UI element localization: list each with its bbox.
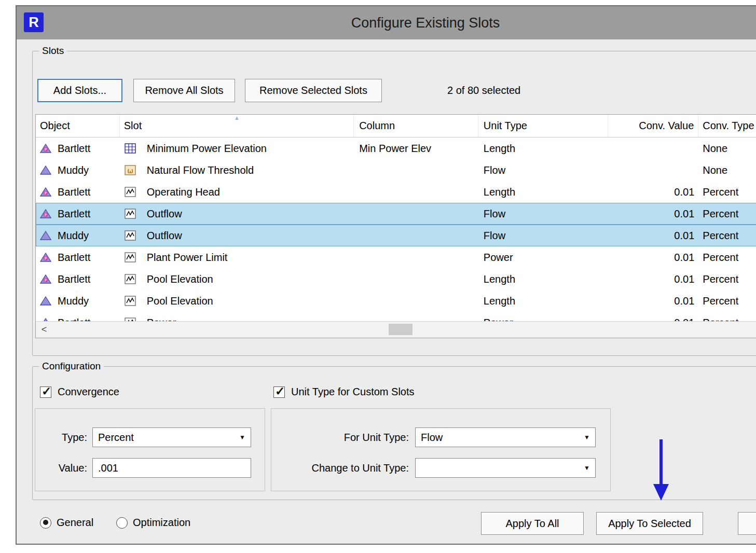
power-reservoir-icon: P [40, 209, 52, 219]
svg-text:P: P [45, 278, 47, 283]
series-slot-icon [124, 186, 136, 198]
conv-type-value: Percent [698, 225, 756, 246]
for-unit-type-value: Flow [421, 432, 443, 444]
value-label: Value: [35, 462, 87, 474]
optimization-radio[interactable]: Optimization [116, 517, 190, 529]
convergence-type-dropdown[interactable]: Percent ▼ [92, 427, 251, 447]
object-name: Bartlett [58, 186, 90, 198]
unit-type-value: Power [478, 246, 608, 268]
slots-legend: Slots [39, 45, 67, 57]
column-value [354, 290, 478, 312]
unit-type-checkbox[interactable]: ✓ [273, 386, 285, 398]
series-slot-icon [124, 273, 136, 285]
convergence-checkbox[interactable]: ✓ [40, 386, 51, 398]
series-slot-icon [124, 229, 136, 242]
screen: R Configure Existing Slots Slots Add Slo… [0, 0, 756, 553]
unit-type-value: Power [478, 312, 608, 322]
table-row[interactable]: P Bartlett Minimum Power Elevation Min P… [36, 137, 756, 159]
close-button[interactable]: Close [738, 512, 756, 535]
column-header-conv-value[interactable]: Conv. Value [608, 115, 699, 137]
selection-status: 2 of 80 selected [447, 79, 520, 102]
unit-type-label: Unit Type for Custom Slots [291, 386, 415, 398]
convergence-checkbox-row[interactable]: ✓ Convergence [40, 386, 119, 398]
column-value [354, 181, 478, 203]
column-value [354, 159, 478, 181]
optimization-radio-label: Optimization [133, 517, 190, 529]
conv-type-value: Percent [698, 181, 756, 203]
general-radio-circle[interactable] [40, 517, 51, 529]
unit-type-value: Length [478, 137, 608, 159]
conv-type-value: Percent [698, 203, 756, 225]
change-to-unit-type-label: Change to Unit Type: [271, 462, 409, 474]
table-row[interactable]: P Bartlett Operating Head Length 0.01 Pe… [36, 181, 756, 203]
general-radio[interactable]: General [40, 517, 93, 529]
svg-text:ω: ω [127, 167, 133, 175]
power-reservoir-icon: P [40, 274, 52, 284]
unit-type-checkbox-row[interactable]: ✓ Unit Type for Custom Slots [273, 386, 415, 398]
horizontal-scrollbar[interactable]: < [36, 321, 756, 338]
add-slots-button[interactable]: Add Slots... [37, 79, 122, 102]
check-icon: ✓ [275, 384, 285, 398]
optimization-radio-circle[interactable] [116, 517, 128, 529]
svg-text:P: P [45, 191, 47, 196]
configuration-legend: Configuration [39, 361, 104, 372]
chevron-down-icon: ▼ [239, 434, 245, 441]
conv-type-value: None [698, 159, 756, 181]
column-header-conv-type[interactable]: Conv. Type [698, 115, 756, 137]
object-name: Bartlett [58, 208, 90, 220]
convergence-value-input[interactable] [92, 458, 251, 478]
slot-name: Natural Flow Threshold [147, 164, 254, 176]
remove-selected-slots-button[interactable]: Remove Selected Slots [245, 79, 382, 102]
remove-all-slots-button[interactable]: Remove All Slots [133, 79, 235, 102]
conv-type-value: Percent [698, 290, 756, 312]
conv-type-value: None [698, 137, 756, 159]
table-row[interactable]: Muddy ω Natural Flow Threshold Flow None [36, 159, 756, 181]
column-value [354, 268, 478, 290]
table-rows: P Bartlett Minimum Power Elevation Min P… [36, 137, 756, 322]
table-slot-icon [124, 142, 136, 155]
for-unit-type-dropdown[interactable]: Flow ▼ [415, 427, 596, 447]
power-reservoir-icon: P [40, 143, 52, 154]
object-name: Bartlett [58, 273, 90, 285]
convergence-type-value: Percent [98, 432, 134, 444]
conv-value: 0.01 [608, 312, 699, 322]
apply-to-selected-button[interactable]: Apply To Selected [596, 512, 703, 535]
conv-value: 0.01 [608, 225, 699, 246]
power-reservoir-icon: P [40, 187, 52, 197]
unit-type-value: Length [478, 268, 608, 290]
apply-to-all-button[interactable]: Apply To All [481, 512, 584, 535]
table-row[interactable]: P Bartlett Outflow Flow 0.01 Percent [36, 203, 756, 225]
conv-value [608, 137, 699, 159]
configure-existing-slots-dialog: R Configure Existing Slots Slots Add Slo… [16, 5, 756, 545]
slot-name: Pool Elevation [147, 273, 213, 285]
table-row[interactable]: P Bartlett Plant Power Limit Power 0.01 … [36, 246, 756, 268]
table-row[interactable]: Muddy Outflow Flow 0.01 Percent [36, 225, 756, 246]
title-bar[interactable]: R Configure Existing Slots [17, 6, 756, 39]
scroll-left-arrow-icon[interactable]: < [37, 322, 51, 337]
unit-type-value: Length [478, 290, 608, 312]
table-row[interactable]: P Bartlett Pool Elevation Length 0.01 Pe… [36, 268, 756, 290]
scrollbar-thumb[interactable] [389, 324, 413, 335]
storage-reservoir-icon [40, 296, 52, 306]
annotation-arrow-head [653, 484, 669, 501]
svg-text:P: P [45, 213, 47, 217]
conv-value: 0.01 [608, 246, 699, 268]
svg-text:P: P [45, 256, 47, 261]
chevron-down-icon: ▼ [584, 464, 590, 472]
column-header-column[interactable]: Column [354, 115, 478, 137]
conv-value [608, 159, 699, 181]
sort-ascending-icon[interactable]: ▲ [234, 115, 240, 121]
column-header-object[interactable]: Object [36, 115, 120, 137]
table-row[interactable]: Muddy Pool Elevation Length 0.01 Percent [36, 290, 756, 312]
slot-name: Minimum Power Elevation [147, 143, 267, 155]
change-to-unit-type-dropdown[interactable]: ▼ [415, 458, 596, 478]
unit-type-value: Flow [478, 159, 608, 181]
convergence-settings-box: Type: Percent ▼ Value: [35, 408, 265, 491]
slot-name: Pool Elevation [147, 295, 213, 307]
conv-type-value: Percent [698, 268, 756, 290]
column-header-unit-type[interactable]: Unit Type [478, 115, 608, 137]
slot-name: Plant Power Limit [147, 252, 228, 264]
chevron-down-icon: ▼ [584, 434, 590, 441]
table-row[interactable]: P Bartlett Power Power 0.01 Percent [36, 312, 756, 322]
type-label: Type: [35, 432, 87, 444]
